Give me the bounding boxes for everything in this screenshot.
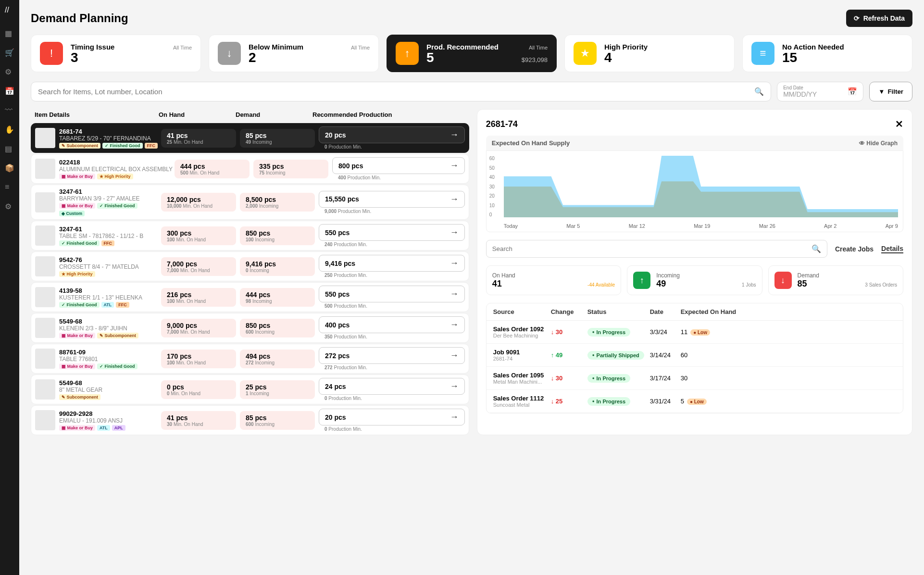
- calendar-icon[interactable]: 📅: [848, 87, 857, 96]
- end-date-input[interactable]: End Date MM/DD/YY 📅: [777, 82, 863, 101]
- change-value: ↑ 49: [551, 351, 563, 359]
- source-row[interactable]: Job 90912681-74 ↑ 49 Partially Shipped 3…: [487, 344, 903, 367]
- summary-card[interactable]: ↑ Prod. RecommendedAll Time 5 $923,098: [387, 35, 557, 72]
- demand-sub: 600 Incoming: [246, 329, 309, 335]
- tag-mob: ▦ Make or Buy: [59, 203, 95, 209]
- table-row[interactable]: 4139-58 KUSTERER 1/1 - 13" HELENKA ✓ Fin…: [31, 282, 469, 312]
- rec-value: 20 pcs: [325, 131, 346, 139]
- source-row[interactable]: Sales Order 1112Suncoast Metal ↓ 25 In P…: [487, 390, 903, 413]
- box-icon[interactable]: 📦: [5, 163, 14, 173]
- table-row[interactable]: 9542-76 CROSSETT 8/4 - 7" MATELDA ★ High…: [31, 251, 469, 281]
- detail-panel: 2681-74 ✕ Expected On Hand Supply 👁 Hide…: [477, 109, 912, 435]
- recommended-button[interactable]: 550 pcs →: [319, 286, 465, 302]
- stat-card: ↓ Demand 85 3 Sales Orders: [768, 265, 903, 295]
- recommended-button[interactable]: 9,416 pcs →: [319, 255, 465, 272]
- table-row[interactable]: 022418 ALUMINUM ELECTRICAL BOX ASSEMBLY …: [31, 154, 469, 184]
- summary-card[interactable]: ↓ Below MinimumAll Time 2: [209, 35, 379, 72]
- table-row[interactable]: 99029-2928 EMIALU - 191.009 ANSJ ▦ Make …: [31, 405, 469, 435]
- recommended-button[interactable]: 20 pcs →: [319, 409, 465, 425]
- table-row[interactable]: 5549-68 KLENEIN 2/3 - 8/9" JUIHN ▦ Make …: [31, 313, 469, 343]
- summary-card[interactable]: ! Timing IssueAll Time 3: [31, 35, 201, 72]
- rec-sub: 400 Production Min.: [332, 175, 465, 180]
- cart-icon[interactable]: 🛒: [5, 48, 14, 58]
- arrow-right-icon: →: [450, 130, 459, 140]
- source-row[interactable]: Sales Order 1095Metal Man Machini... ↓ 3…: [487, 367, 903, 390]
- table-row[interactable]: 2681-74 TABAREZ 5/29 - 70" FERNANDINA ✎ …: [31, 123, 469, 153]
- recommended-button[interactable]: 550 pcs →: [319, 224, 465, 241]
- item-thumbnail: [35, 256, 55, 276]
- filter-button[interactable]: ▼ Filter: [869, 82, 912, 101]
- item-thumbnail: [35, 287, 55, 307]
- onhand-value: 216 pcs: [167, 291, 230, 299]
- summary-card[interactable]: ★ High Priority 4: [564, 35, 735, 72]
- factory-icon[interactable]: ⚙: [5, 67, 14, 77]
- hide-graph-button[interactable]: 👁 Hide Graph: [859, 140, 898, 147]
- table-row[interactable]: 5549-68 8" METAL GEAR ✎ Subcomponent 0 p…: [31, 375, 469, 404]
- search-box[interactable]: 🔍: [31, 82, 771, 101]
- settings-icon[interactable]: ⚙: [5, 202, 14, 212]
- source-date: 3/17/24: [650, 375, 681, 382]
- calculator-icon[interactable]: ▤: [5, 144, 14, 154]
- tag-atl: ATL: [97, 425, 110, 431]
- table-row[interactable]: 88761-09 TABLE 776801 ▦ Make or Buy✓ Fin…: [31, 344, 469, 374]
- detail-search-input[interactable]: [492, 245, 812, 252]
- item-name: TABLE SM - 7817862 - 11/12 - B: [59, 233, 159, 239]
- item-id: 99029-2928: [59, 410, 159, 417]
- recommended-button[interactable]: 400 pcs →: [319, 316, 465, 333]
- st-col-expected: Expected On Hand: [681, 308, 896, 315]
- x-tick: Today: [504, 223, 518, 229]
- search-icon[interactable]: 🔍: [812, 244, 821, 253]
- rec-value: 400 pcs: [325, 321, 350, 329]
- activity-icon[interactable]: 〰: [5, 106, 14, 115]
- search-input[interactable]: [38, 88, 750, 96]
- tag-custom: ◆ Custom: [59, 211, 85, 216]
- recommended-button[interactable]: 20 pcs →: [319, 126, 465, 143]
- item-thumbnail: [35, 225, 55, 246]
- close-icon[interactable]: ✕: [895, 118, 903, 130]
- refresh-button[interactable]: ⟳ Refresh Data: [846, 10, 912, 27]
- arrow-right-icon: →: [450, 412, 459, 422]
- dashboard-icon[interactable]: ▦: [5, 29, 14, 38]
- recommended-button[interactable]: 24 pcs →: [319, 378, 465, 395]
- arrow-right-icon: →: [450, 161, 459, 171]
- table-row[interactable]: 3247-61 TABLE SM - 7817862 - 11/12 - B ✓…: [31, 221, 469, 250]
- refresh-label: Refresh Data: [863, 14, 905, 22]
- item-thumbnail: [35, 349, 55, 369]
- rec-sub: 0 Production Min.: [319, 396, 465, 401]
- arrow-right-icon: →: [450, 289, 459, 299]
- recommended-button[interactable]: 800 pcs →: [332, 157, 465, 174]
- y-tick: 50: [489, 165, 495, 171]
- recommended-button[interactable]: 272 pcs →: [319, 347, 465, 364]
- stat-label: Incoming: [656, 272, 756, 279]
- tag-atl: ATL: [101, 302, 114, 308]
- y-tick: 30: [489, 184, 495, 189]
- search-icon[interactable]: 🔍: [754, 87, 764, 96]
- rec-sub: 240 Production Min.: [319, 242, 465, 247]
- hand-icon[interactable]: ✋: [5, 125, 14, 135]
- recommended-button[interactable]: 15,550 pcs →: [319, 191, 465, 208]
- card-icon: ↓: [218, 42, 241, 65]
- create-jobs-link[interactable]: Create Jobs: [835, 245, 874, 253]
- onhand-sub: 100 Min. On Hand: [167, 237, 230, 242]
- details-tab[interactable]: Details: [881, 245, 903, 253]
- x-tick: Mar 5: [566, 223, 580, 229]
- detail-search[interactable]: 🔍: [486, 240, 827, 258]
- stat-label: On Hand: [492, 272, 615, 279]
- onhand-value: 41 pcs: [167, 132, 230, 139]
- card-sub: All Time: [529, 45, 548, 50]
- onhand-value: 9,000 pcs: [167, 322, 230, 329]
- tag-ffc: FFC: [145, 143, 158, 149]
- stat-icon: ↓: [774, 272, 792, 289]
- summary-card[interactable]: ≡ No Action Needed 15: [742, 35, 912, 72]
- tag-sub: ✎ Subcomponent: [97, 333, 138, 338]
- source-expected: 5● Low: [681, 398, 896, 405]
- rec-sub: 272 Production Min.: [319, 365, 465, 370]
- x-tick: Mar 12: [629, 223, 645, 229]
- source-row[interactable]: Sales Order 1092Der Bee Machining ↓ 30 I…: [487, 321, 903, 344]
- list-icon[interactable]: ≡: [5, 183, 14, 192]
- item-id: 9542-76: [59, 256, 159, 263]
- table-row[interactable]: 3247-61 BARRYMAN 3/9 - 27" AMALEE ▦ Make…: [31, 185, 469, 220]
- change-value: ↓ 25: [551, 398, 563, 405]
- y-tick: 0: [489, 212, 495, 217]
- calendar-icon[interactable]: 📅: [5, 87, 14, 96]
